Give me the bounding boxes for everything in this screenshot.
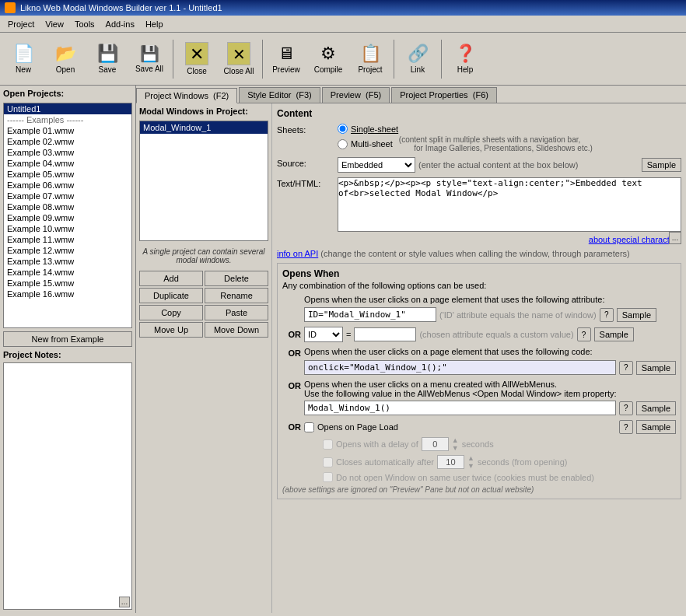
multi-sheet-radio[interactable] [338,139,348,149]
project-item-ex14[interactable]: Example 14.wmw [4,267,131,278]
project-item-ex03[interactable]: Example 03.wmw [4,147,131,158]
content-panel: Content Sheets: Single-sheet Multi-sheet… [272,103,686,613]
menu-addins[interactable]: Add-ins [101,18,139,30]
project-item-ex15[interactable]: Example 15.wmw [4,278,131,289]
tab-style-editor[interactable]: Style Editor (F3) [239,87,320,103]
modal-window-item-1[interactable]: Modal_Window_1 [140,121,268,134]
menu-view[interactable]: View [40,18,68,30]
main-area: Open Projects: Untitled1 ------ Examples… [0,86,686,613]
info-api-link[interactable]: info on API [277,249,318,258]
moveup-window-button[interactable]: Move Up [139,322,203,338]
toolbar-closeall-button[interactable]: ✕ Close All [219,37,259,82]
toolbar-save-button[interactable]: 💾 Save [87,37,128,82]
click-element-block: Opens when the user clicks on a page ele… [282,295,676,322]
tab-project-windows[interactable]: Project Windows (F2) [136,88,237,103]
toolbar-saveall-button[interactable]: 💾 Save All [129,37,170,82]
id-help-button[interactable]: ? [600,308,614,322]
new-from-example-button[interactable]: New from Example [3,331,132,347]
project-item-ex05[interactable]: Example 05.wmw [4,169,131,180]
toolbar: 📄 New 📂 Open 💾 Save 💾 Save All ✕ Close ✕… [0,33,686,86]
delay-up-arrow[interactable]: ▲▼ [452,436,459,452]
project-item-ex02[interactable]: Example 02.wmw [4,136,131,147]
project-item-ex13[interactable]: Example 13.wmw [4,256,131,267]
project-item-ex07[interactable]: Example 07.wmw [4,191,131,201]
source-select[interactable]: Embedded External URL [338,157,415,173]
rename-window-button[interactable]: Rename [205,288,268,303]
toolbar-project-button[interactable]: 📋 Project [350,37,390,82]
single-sheet-radio[interactable] [338,124,348,134]
toolbar-new-button[interactable]: 📄 New [3,37,44,82]
code-sample-button[interactable]: Sample [636,361,676,375]
tab-project-properties[interactable]: Project Properties (F6) [391,87,497,103]
project-icon: 📋 [360,44,381,64]
movedown-window-button[interactable]: Move Down [205,322,268,338]
custom-value-input[interactable] [354,327,416,341]
link-icon: 🔗 [408,44,429,64]
project-item-ex10[interactable]: Example 10.wmw [4,223,131,234]
toolbar-close-button[interactable]: ✕ Close [177,37,217,82]
project-item-ex01[interactable]: Example 01.wmw [4,125,131,136]
project-notes-label: Project Notes: [3,350,132,359]
multi-sheet-label[interactable]: Multi-sheet [351,139,393,149]
copy-window-button[interactable]: Copy [139,305,203,320]
open-icon: 📂 [55,44,76,64]
chosen-hint: (chosen attribute equals a custom value) [419,330,573,339]
text-area-expand-button[interactable]: … [669,232,681,244]
source-sample-button[interactable]: Sample [642,158,681,172]
modal-windows-list[interactable]: Modal_Window_1 [139,121,268,241]
code-input[interactable] [304,360,616,375]
add-window-button[interactable]: Add [139,271,203,286]
about-special-link[interactable]: about special characters [589,235,681,244]
project-item-ex08[interactable]: Example 08.wmw [4,201,131,212]
menu-tools[interactable]: Tools [70,18,100,30]
menu-value-input[interactable] [304,401,616,415]
project-item-ex06[interactable]: Example 06.wmw [4,180,131,191]
chosen-attr-select[interactable]: ID class name [304,327,343,342]
id-sample-button[interactable]: Sample [617,308,656,322]
project-item-ex09[interactable]: Example 09.wmw [4,212,131,223]
delete-window-button[interactable]: Delete [205,271,268,286]
page-load-label[interactable]: Opens on Page Load [317,422,398,432]
code-help-button[interactable]: ? [619,361,633,375]
chosen-help-button[interactable]: ? [577,327,591,341]
paste-window-button[interactable]: Paste [205,305,268,320]
page-load-checkbox[interactable] [304,422,314,432]
notes-expand-button[interactable]: … [119,597,130,607]
chosen-sample-button[interactable]: Sample [594,327,634,341]
delay-checkbox[interactable] [323,439,333,450]
toolbar-link-button[interactable]: 🔗 Link [397,37,438,82]
project-item-ex04[interactable]: Example 04.wmw [4,158,131,169]
toolbar-preview-button[interactable]: 🖥 Preview [266,37,306,82]
opens-when-hint: Any combination of the following options… [282,281,676,290]
tab-preview[interactable]: Preview (F5) [322,87,390,103]
project-notes-area[interactable]: … [3,362,132,610]
page-load-sample-button[interactable]: Sample [636,420,676,434]
menu-help-button[interactable]: ? [619,401,633,415]
no-twice-checkbox[interactable] [323,472,333,482]
project-notes-textarea[interactable] [4,363,131,609]
project-item-ex12[interactable]: Example 12.wmw [4,245,131,256]
menu-help[interactable]: Help [141,18,168,30]
project-item-ex11[interactable]: Example 11.wmw [4,234,131,245]
id-attribute-input[interactable] [304,307,436,322]
page-load-help-button[interactable]: ? [619,420,633,434]
toolbar-compile-button[interactable]: ⚙ Compile [308,37,348,82]
or-label-4: OR [282,422,301,432]
click-code-header: OR Opens when the user clicks on a page … [282,347,676,358]
text-html-textarea[interactable] [338,177,681,232]
duplicate-window-button[interactable]: Duplicate [139,288,203,303]
autoclose-up-arrow[interactable]: ▲▼ [467,454,474,470]
menu-sample-button[interactable]: Sample [636,401,676,415]
projects-list[interactable]: Untitled1 ------ Examples ------ Example… [3,103,132,328]
toolbar-open-button[interactable]: 📂 Open [45,37,86,82]
info-api-row: info on API (change the content or style… [277,249,681,258]
project-item-ex16[interactable]: Example 16.wmw [4,289,131,299]
autoclose-checkbox[interactable] [323,457,333,467]
project-item-untitled1[interactable]: Untitled1 [4,103,131,114]
delay-input[interactable] [422,437,449,451]
opens-when-title: Opens When [282,268,676,279]
autoclose-input[interactable] [437,455,464,469]
toolbar-help-button[interactable]: ❓ Help [445,37,485,82]
single-sheet-label[interactable]: Single-sheet [351,124,398,134]
menu-project[interactable]: Project [3,18,39,30]
